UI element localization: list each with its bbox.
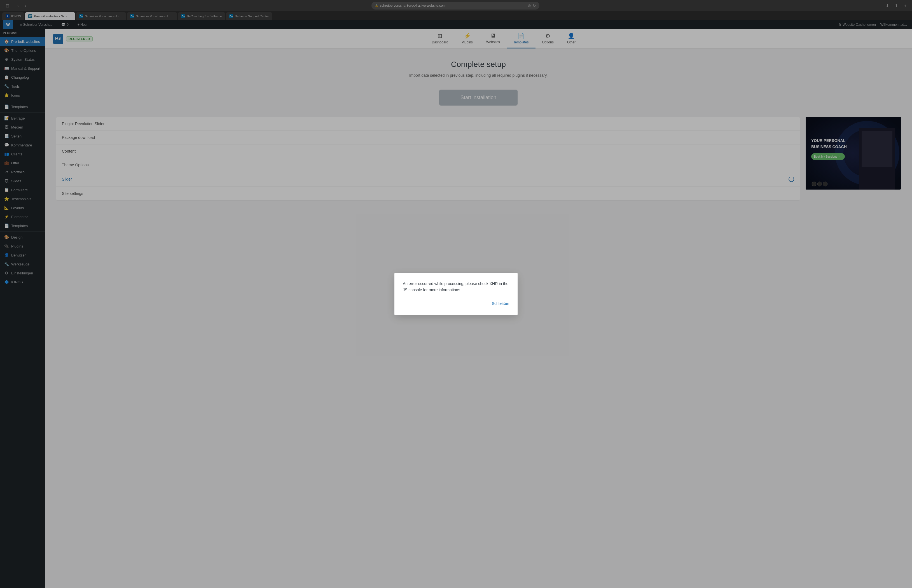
- modal-message: An error occurred while processing, plea…: [403, 281, 509, 293]
- modal-actions: Schließen: [403, 300, 509, 307]
- modal-overlay: An error occurred while processing, plea…: [45, 29, 912, 588]
- main-content: Be REGISTERED ⊞ Dashboard ⚡ Plugins 🖥 We…: [45, 29, 912, 588]
- error-modal: An error occurred while processing, plea…: [394, 273, 518, 315]
- modal-close-button[interactable]: Schließen: [492, 300, 509, 307]
